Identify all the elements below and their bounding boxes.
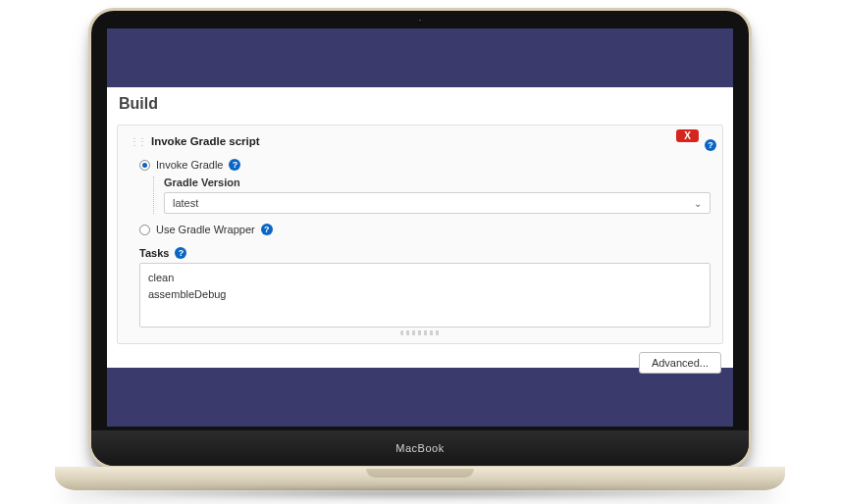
macbook-base bbox=[55, 467, 785, 490]
gradle-version-block: Gradle Version latest ⌄ bbox=[153, 176, 710, 214]
gradle-version-label: Gradle Version bbox=[164, 176, 710, 188]
panel-title-row: ⋮⋮ Invoke Gradle script bbox=[130, 135, 710, 147]
help-icon[interactable]: ? bbox=[705, 139, 716, 151]
gradle-version-value: latest bbox=[173, 197, 198, 209]
label-invoke-gradle: Invoke Gradle bbox=[156, 159, 223, 171]
macbook-bezel: Build X ? ⋮⋮ Invoke Gradle script Invoke… bbox=[88, 8, 752, 469]
advanced-button[interactable]: Advanced... bbox=[639, 352, 721, 374]
drag-handle-icon[interactable]: ⋮⋮ bbox=[130, 136, 145, 147]
gradle-version-select[interactable]: latest ⌄ bbox=[164, 192, 710, 214]
panel-footer: Advanced... bbox=[107, 344, 733, 379]
build-config-panel: Build X ? ⋮⋮ Invoke Gradle script Invoke… bbox=[107, 87, 733, 368]
radio-invoke-gradle[interactable] bbox=[139, 160, 150, 171]
panel-title: Invoke Gradle script bbox=[151, 135, 260, 147]
help-icon[interactable]: ? bbox=[261, 224, 273, 235]
chevron-down-icon: ⌄ bbox=[694, 198, 702, 209]
radio-use-wrapper[interactable] bbox=[139, 225, 150, 235]
macbook-brand: MacBook bbox=[395, 442, 444, 454]
macbook-frame: Build X ? ⋮⋮ Invoke Gradle script Invoke… bbox=[88, 8, 752, 469]
build-step-panel: X ? ⋮⋮ Invoke Gradle script Invoke Gradl… bbox=[117, 125, 723, 344]
section-title: Build bbox=[107, 87, 733, 119]
help-icon[interactable]: ? bbox=[175, 247, 186, 259]
macbook-chin: MacBook bbox=[91, 430, 749, 466]
help-icon[interactable]: ? bbox=[229, 159, 240, 171]
resize-grip-icon[interactable] bbox=[400, 330, 440, 335]
tasks-label: Tasks bbox=[139, 247, 169, 259]
screen: Build X ? ⋮⋮ Invoke Gradle script Invoke… bbox=[107, 28, 733, 427]
tasks-label-row: Tasks ? bbox=[139, 247, 710, 259]
label-use-wrapper: Use Gradle Wrapper bbox=[156, 224, 255, 235]
delete-step-button[interactable]: X bbox=[676, 129, 699, 142]
tasks-textarea[interactable] bbox=[139, 263, 710, 328]
option-invoke-gradle[interactable]: Invoke Gradle ? bbox=[139, 159, 710, 171]
option-use-wrapper[interactable]: Use Gradle Wrapper ? bbox=[139, 224, 710, 235]
